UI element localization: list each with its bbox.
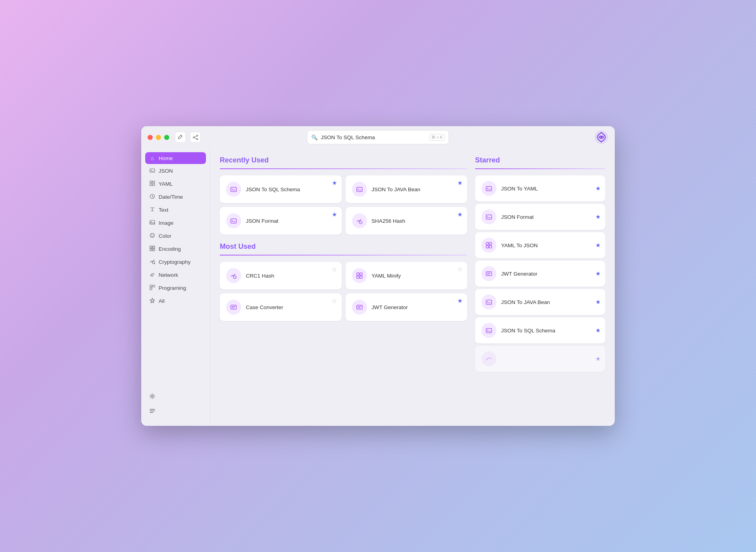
- card-label-sha256: SHA256 Hash: [372, 218, 406, 224]
- svg-rect-37: [486, 186, 492, 191]
- recently-used-section: Recently Used JSON To SQL Schema ★: [220, 156, 467, 235]
- svg-rect-34: [360, 276, 362, 278]
- svg-point-4: [601, 136, 602, 138]
- starred-star-json-java[interactable]: ★: [595, 298, 601, 306]
- sidebar-item-label: Programing: [159, 285, 186, 291]
- starred-yaml-json[interactable]: YAML To JSON ★: [475, 232, 605, 258]
- svg-point-0: [193, 137, 194, 138]
- menu-icon: [149, 408, 155, 415]
- search-value: JSON To SQL Schema: [321, 134, 426, 140]
- card-star-yaml-minify[interactable]: ☆: [457, 266, 462, 273]
- card-icon-case-converter: [226, 300, 241, 315]
- svg-rect-26: [231, 187, 236, 192]
- starred-star-yaml-json[interactable]: ★: [595, 242, 601, 249]
- starred-star-json-sql[interactable]: ★: [595, 327, 601, 334]
- svg-rect-41: [486, 246, 488, 248]
- card-label-case-converter: Case Converter: [246, 304, 283, 310]
- card-jwt[interactable]: JWT Generator ★: [346, 293, 468, 321]
- card-star-json-format[interactable]: ★: [332, 211, 337, 218]
- svg-rect-39: [486, 242, 488, 245]
- svg-rect-9: [153, 184, 155, 186]
- card-star-crc1[interactable]: ☆: [332, 266, 337, 273]
- card-json-java[interactable]: JSON To JAVA Bean ★: [346, 175, 468, 203]
- recently-used-title: Recently Used: [220, 156, 467, 164]
- card-icon-crc1: [226, 268, 241, 283]
- starred-json-yaml[interactable]: JSON To YAML ★: [475, 175, 605, 201]
- card-star-sha256[interactable]: ★: [457, 211, 462, 218]
- starred-label-json-format: JSON Format: [501, 214, 534, 220]
- content-area: Recently Used JSON To SQL Schema ★: [210, 148, 615, 426]
- sidebar-nav: ⌂ Home JSON YAML: [145, 152, 206, 390]
- card-icon-yaml-minify: [352, 268, 367, 283]
- settings-button[interactable]: [145, 390, 206, 403]
- sidebar-item-label: Home: [159, 155, 173, 161]
- search-bar-container[interactable]: 🔍 JSON To SQL Schema ⌘ + K: [307, 130, 449, 144]
- image-icon: [149, 220, 155, 226]
- card-crc1[interactable]: CRC1 Hash ☆: [220, 262, 342, 289]
- card-sha256[interactable]: SHA256 Hash ★: [346, 207, 468, 235]
- sidebar-item-label: Date/Time: [159, 194, 183, 200]
- close-button[interactable]: [148, 135, 153, 140]
- sidebar-item-text[interactable]: Text: [145, 204, 206, 216]
- starred-star-json-format[interactable]: ★: [595, 213, 601, 220]
- share-button[interactable]: [190, 132, 201, 143]
- starred-icon-json-sql: [481, 323, 496, 338]
- card-star-case-converter[interactable]: ☆: [332, 297, 337, 304]
- card-case-converter[interactable]: Case Converter ☆: [220, 293, 342, 321]
- starred-star-more[interactable]: ★: [595, 355, 601, 362]
- sidebar-item-cryptography[interactable]: Cryptography: [145, 256, 206, 268]
- card-yaml-minify[interactable]: YAML Minify ☆: [346, 262, 468, 289]
- card-star-json-java[interactable]: ★: [457, 179, 462, 186]
- starred-star-jwt-gen[interactable]: ★: [595, 270, 601, 277]
- starred-section: Starred JSON To YAML ★ JSON F: [475, 156, 605, 418]
- starred-json-sql[interactable]: JSON To SQL Schema ★: [475, 317, 605, 343]
- starred-more[interactable]: ★: [475, 346, 605, 372]
- menu-button[interactable]: [145, 405, 206, 418]
- starred-label-json-yaml: JSON To YAML: [501, 186, 538, 192]
- most-used-section: Most Used CRC1 Hash ☆: [220, 242, 467, 321]
- sidebar-item-label: Color: [159, 233, 171, 239]
- starred-title: Starred: [475, 156, 605, 164]
- svg-rect-8: [150, 184, 152, 186]
- starred-list: JSON To YAML ★ JSON Format ★: [475, 175, 605, 372]
- card-star-json-sql[interactable]: ★: [332, 179, 337, 186]
- card-json-sql[interactable]: JSON To SQL Schema ★: [220, 175, 342, 203]
- settings-icon: [149, 393, 155, 401]
- sidebar-item-image[interactable]: Image: [145, 217, 206, 229]
- app-logo: [594, 130, 608, 144]
- sidebar-item-datetime[interactable]: Date/Time: [145, 191, 206, 203]
- svg-rect-45: [486, 328, 492, 333]
- sidebar-item-programming[interactable]: Programing: [145, 282, 206, 294]
- card-icon-jwt: [352, 300, 367, 315]
- card-label-json-sql: JSON To SQL Schema: [246, 186, 300, 192]
- edit-button[interactable]: [175, 132, 186, 143]
- search-input[interactable]: 🔍 JSON To SQL Schema ⌘ + K: [307, 130, 449, 144]
- sidebar-item-color[interactable]: Color: [145, 230, 206, 242]
- sidebar-item-json[interactable]: JSON: [145, 165, 206, 177]
- starred-jwt-gen[interactable]: JWT Generator ★: [475, 261, 605, 287]
- starred-label-jwt-gen: JWT Generator: [501, 271, 537, 277]
- starred-star-json-yaml[interactable]: ★: [595, 185, 601, 192]
- starred-json-java[interactable]: JSON To JAVA Bean ★: [475, 289, 605, 315]
- sidebar-item-label: Encoding: [159, 246, 181, 252]
- starred-json-format[interactable]: JSON Format ★: [475, 204, 605, 230]
- sidebar-item-home[interactable]: ⌂ Home: [145, 152, 206, 164]
- svg-rect-28: [231, 219, 236, 223]
- svg-point-13: [150, 233, 155, 238]
- svg-rect-5: [150, 169, 155, 172]
- card-star-jwt[interactable]: ★: [457, 297, 462, 304]
- starred-divider: [475, 168, 605, 169]
- card-icon-sha256: [352, 213, 367, 228]
- sidebar-item-encoding[interactable]: Encoding: [145, 243, 206, 255]
- sidebar-item-network[interactable]: Network: [145, 269, 206, 281]
- sidebar-item-all[interactable]: All: [145, 295, 206, 307]
- sidebar-item-yaml[interactable]: YAML: [145, 178, 206, 190]
- svg-rect-19: [153, 249, 155, 251]
- maximize-button[interactable]: [164, 135, 169, 140]
- card-json-format[interactable]: JSON Format ★: [220, 207, 342, 235]
- titlebar-actions: [175, 132, 201, 143]
- card-icon-json-java: [352, 182, 367, 197]
- card-label-crc1: CRC1 Hash: [246, 273, 274, 279]
- minimize-button[interactable]: [156, 135, 161, 140]
- svg-point-15: [153, 234, 153, 235]
